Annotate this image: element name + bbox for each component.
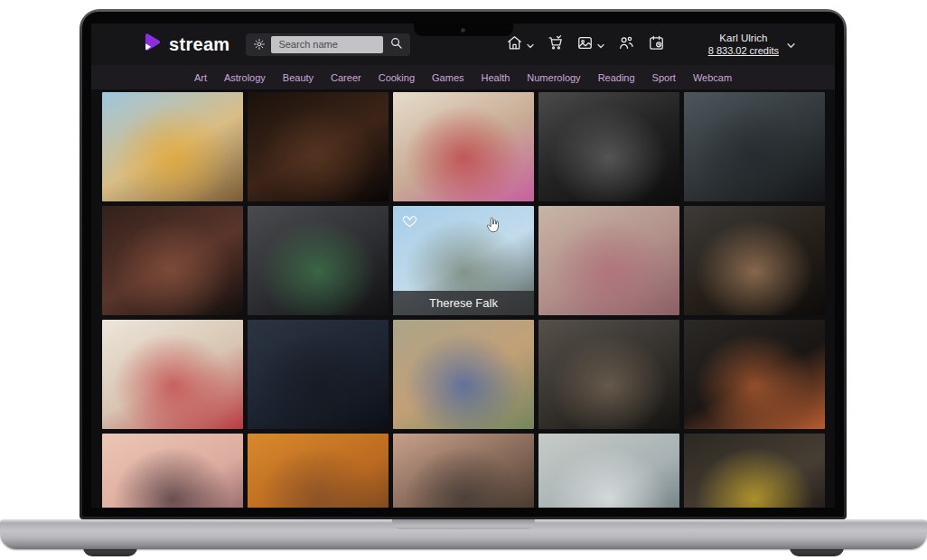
photo-card-woman-stretching-outdoors[interactable] [538,434,679,508]
hand-cursor-icon [484,216,501,235]
cart-button[interactable] [547,34,564,55]
play-icon [140,32,163,58]
community-button[interactable] [617,34,635,55]
search-input[interactable] [271,36,383,53]
photo-card-man-resting-with-bottle[interactable] [248,206,389,315]
nav-category-health[interactable]: Health [482,72,510,83]
photo-card-group-yoga-pink-mats[interactable] [393,92,534,201]
chevron-down-icon [787,36,795,52]
camera-notch [414,23,513,36]
nav-category-art[interactable]: Art [194,72,207,83]
photo-card-dark-back-stretch[interactable] [248,92,389,201]
laptop-mockup: stream [0,0,927,560]
photo-card-tattooed-man-dumbbell[interactable] [393,434,534,508]
favorite-heart-icon[interactable] [402,214,417,228]
photo-card-bearded-man-orange-wall[interactable] [248,434,389,508]
magnifier-icon [389,36,403,52]
photo-card-man-standing-gym[interactable] [538,320,679,429]
calendar-clock-icon [648,34,665,55]
user-credits-balance[interactable]: 8 833.02 credits [708,44,779,57]
gallery-icon [576,34,594,55]
photo-card-woman-peach-portrait[interactable] [102,434,243,508]
nav-category-cooking[interactable]: Cooking [379,72,415,83]
nav-category-astrology[interactable]: Astrology [224,72,266,83]
nav-category-sport[interactable]: Sport [652,72,676,83]
stream-logo[interactable]: stream [140,32,229,58]
model-name-label: Therese Falk [393,291,534,315]
nav-category-numerology[interactable]: Numerology [527,72,580,83]
header-icon-menu [506,34,665,55]
photo-card-man-navy-ropes[interactable] [248,320,389,429]
chevron-down-icon [527,36,534,52]
photo-card-man-trx-straps[interactable] [684,434,825,508]
chevron-down-icon [597,36,604,52]
nav-category-career[interactable]: Career [331,72,361,83]
photo-card-runner-start-position[interactable] [393,320,534,429]
home-menu[interactable] [506,34,534,55]
home-icon [506,34,523,55]
people-icon [617,34,635,55]
app-window: stream [91,23,835,508]
search-submit-button[interactable] [383,35,408,53]
photo-card-therese-falk-portrait[interactable]: Therese Falk [393,206,534,315]
logo-text: stream [169,34,229,55]
photo-card-blonde-woman-dumbbells[interactable] [102,320,243,429]
gallery-menu[interactable] [576,34,604,55]
laptop-base [0,519,927,549]
bookings-button[interactable] [648,34,665,55]
nav-category-reading[interactable]: Reading [598,72,635,83]
photo-card-bw-woman-gym[interactable] [538,92,679,201]
photo-card-woman-battle-rope[interactable] [684,92,825,201]
nav-category-beauty[interactable]: Beauty [283,72,314,83]
nav-category-games[interactable]: Games [432,72,464,83]
photo-card-man-barbell-curl[interactable] [102,206,243,315]
laptop-screen-frame: stream [80,9,847,519]
webcam-dot [461,28,465,33]
photo-card-athletes-lunging-on-bridge[interactable] [102,92,243,201]
laptop-hinge-notch [392,519,535,529]
user-account-texts: Karl Ulrich 8 833.02 credits [708,33,779,57]
nav-category-webcam[interactable]: Webcam [693,72,732,83]
search-bar [246,33,410,56]
laptop-bezel: stream [82,12,844,517]
photo-card-woman-pink-sportswear[interactable] [538,206,679,315]
user-account-menu[interactable]: Karl Ulrich 8 833.02 credits [708,33,795,57]
photo-grid: Therese Falk [91,89,835,508]
photo-card-shirtless-man-dark[interactable] [684,206,825,315]
gear-icon[interactable] [248,38,271,51]
cart-icon [547,34,564,55]
category-nav: ArtAstrologyBeautyCareerCookingGamesHeal… [91,65,835,89]
photo-card-woman-lat-pulldown[interactable] [684,320,825,429]
user-name: Karl Ulrich [719,33,767,44]
